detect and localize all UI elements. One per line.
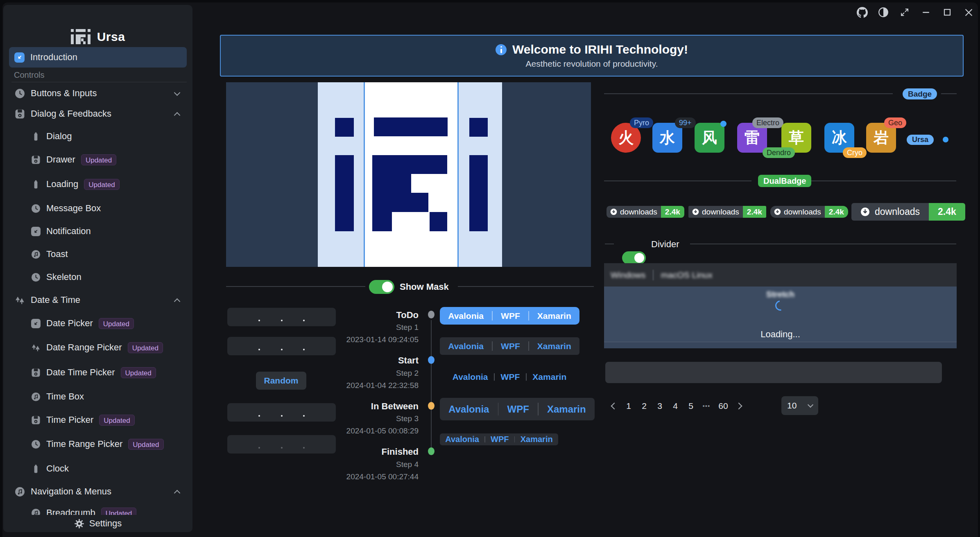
ipv4-box-2[interactable]	[227, 337, 336, 355]
sidebar-item-skeleton[interactable]: Skeleton	[6, 268, 190, 287]
badge-tile-geo: 岩 Geo	[866, 123, 896, 153]
sidebar-item-date-picker[interactable]: Date Picker Updated	[6, 314, 190, 333]
sidebar-item-loading[interactable]: Loading Updated	[6, 175, 190, 194]
dual-badge-header: DualBadge	[758, 175, 811, 187]
sidebar-group-date-time[interactable]: Date & Time	[6, 291, 190, 309]
page-button-1[interactable]: 1	[621, 397, 636, 415]
github-icon[interactable]	[856, 7, 868, 18]
clock-icon	[31, 440, 41, 449]
wpf-button[interactable]: WPF	[501, 311, 520, 321]
avalonia-button[interactable]: Avalonia	[453, 372, 488, 382]
timeline-step-label: Finished	[382, 447, 419, 457]
sidebar-item-label: Drawer	[46, 154, 75, 165]
trees-icon	[31, 343, 41, 352]
sidebar-item-clock[interactable]: Clock	[6, 459, 190, 478]
sidebar-group-navigation-menus[interactable]: Navigation & Menus	[6, 482, 190, 501]
sidebar-item-time-picker[interactable]: Time Picker Updated	[6, 411, 190, 429]
sidebar-item-label: Notification	[46, 226, 91, 237]
music-note-icon	[31, 392, 41, 402]
page-button-2[interactable]: 2	[636, 397, 652, 415]
sidebar-item-dialog[interactable]: Dialog	[6, 127, 190, 146]
close-icon[interactable]	[963, 7, 974, 18]
updated-badge: Updated	[128, 342, 163, 353]
page-next-button[interactable]	[732, 397, 748, 415]
sidebar-group-buttons-inputs[interactable]: Buttons & Inputs	[6, 84, 190, 103]
tab-windows[interactable]: Windows	[611, 270, 645, 280]
separator	[492, 311, 493, 321]
resize-icon[interactable]	[899, 7, 910, 18]
xamarin-button[interactable]: Xamarin	[547, 404, 586, 415]
settings-label: Settings	[89, 518, 122, 529]
button-group-small: Avalonia WPF Xamarin	[440, 433, 558, 445]
sidebar-item-message-box[interactable]: Message Box	[6, 199, 190, 218]
settings-button[interactable]: Settings	[3, 515, 192, 532]
tile-char: 风	[702, 128, 717, 148]
sidebar-item-label: Introduction	[30, 52, 77, 63]
avalonia-button[interactable]: Avalonia	[448, 404, 489, 415]
divider	[11, 82, 187, 82]
sidebar-item-label: Toast	[46, 249, 68, 259]
download-icon	[774, 208, 781, 215]
maximize-icon[interactable]	[942, 7, 953, 18]
wpf-button[interactable]: WPF	[491, 435, 509, 444]
badge-tile-anemo: 风	[695, 123, 724, 153]
sidebar-group-dialog-feedbacks[interactable]: Dialog & Feedbacks	[6, 104, 190, 123]
page-button-3[interactable]: 3	[652, 397, 668, 415]
sidebar-item-label: Date Time Picker	[46, 367, 115, 378]
sidebar: Ursa Introduction Controls Buttons & Inp…	[3, 5, 192, 532]
tile-char: 雷	[745, 128, 760, 148]
tab-macos-linux[interactable]: macOS Linux	[661, 270, 713, 280]
timeline-dot-todo	[428, 311, 435, 318]
theme-toggle-icon[interactable]	[878, 7, 889, 18]
sidebar-item-toast[interactable]: Toast	[6, 245, 190, 264]
xamarin-button[interactable]: Xamarin	[521, 435, 553, 444]
welcome-banner: Welcome to IRIHI Technology! Aesthetic r…	[220, 35, 964, 77]
sidebar-item-label: Navigation & Menus	[31, 486, 111, 497]
sidebar-item-drawer[interactable]: Drawer Updated	[6, 150, 190, 169]
downloads-badge-4: downloads 2.4k	[851, 203, 965, 221]
clock-icon	[31, 273, 41, 282]
wpf-button[interactable]: WPF	[507, 404, 529, 415]
badge-dot	[720, 121, 727, 127]
avalonia-button[interactable]: Avalonia	[448, 311, 484, 321]
timeline-step-date: 2024-01-04 22:32:58	[346, 381, 419, 390]
divider	[604, 342, 957, 348]
page-button-4[interactable]: 4	[668, 397, 683, 415]
random-button[interactable]: Random	[256, 372, 306, 390]
xamarin-button[interactable]: Xamarin	[537, 311, 571, 321]
sidebar-item-introduction[interactable]: Introduction	[9, 47, 187, 68]
avalonia-button[interactable]: Avalonia	[445, 435, 479, 444]
button-group-borderless: Avalonia WPF Xamarin	[446, 370, 573, 384]
sidebar-item-notification[interactable]: Notification	[6, 222, 190, 241]
tile-char: 水	[660, 128, 675, 148]
wpf-button[interactable]: WPF	[501, 372, 520, 382]
timeline-step-label: ToDo	[396, 310, 419, 320]
sidebar-item-date-time-picker[interactable]: Date Time Picker Updated	[6, 363, 190, 382]
page-ellipsis[interactable]: •••	[699, 397, 714, 415]
ipv4-box-1[interactable]	[227, 308, 336, 326]
page-button-60[interactable]: 60	[714, 397, 732, 415]
tile-char: 岩	[874, 128, 889, 148]
divider-toggle[interactable]	[622, 251, 646, 264]
avalonia-button[interactable]: Avalonia	[448, 341, 484, 351]
sidebar-item-date-range-picker[interactable]: Date Range Picker Updated	[6, 338, 190, 357]
minimize-icon[interactable]	[920, 7, 932, 18]
sidebar-item-time-box[interactable]: Time Box	[6, 387, 190, 406]
wpf-button[interactable]: WPF	[501, 341, 520, 351]
sidebar-item-label: Date Range Picker	[46, 342, 122, 353]
xamarin-button[interactable]: Xamarin	[537, 341, 571, 351]
page-prev-button[interactable]	[605, 397, 621, 415]
page-size-select[interactable]: 10	[781, 396, 818, 415]
page-button-5[interactable]: 5	[683, 397, 699, 415]
timeline-dot-start	[428, 356, 435, 364]
loading-tab-strip: Windows macOS Linux	[604, 263, 957, 287]
ursa-pill-badge: Ursa	[907, 135, 934, 145]
badge-pyro: Pyro	[630, 117, 653, 128]
sidebar-item-label: Date & Time	[31, 295, 80, 305]
timeline-line	[431, 320, 432, 448]
sidebar-item-time-range-picker[interactable]: Time Range Picker Updated	[6, 435, 190, 454]
timeline-step-name: Step 3	[396, 414, 419, 423]
show-mask-toggle[interactable]	[369, 280, 394, 294]
ipv4-box-3[interactable]	[227, 403, 336, 422]
xamarin-button[interactable]: Xamarin	[532, 372, 566, 382]
